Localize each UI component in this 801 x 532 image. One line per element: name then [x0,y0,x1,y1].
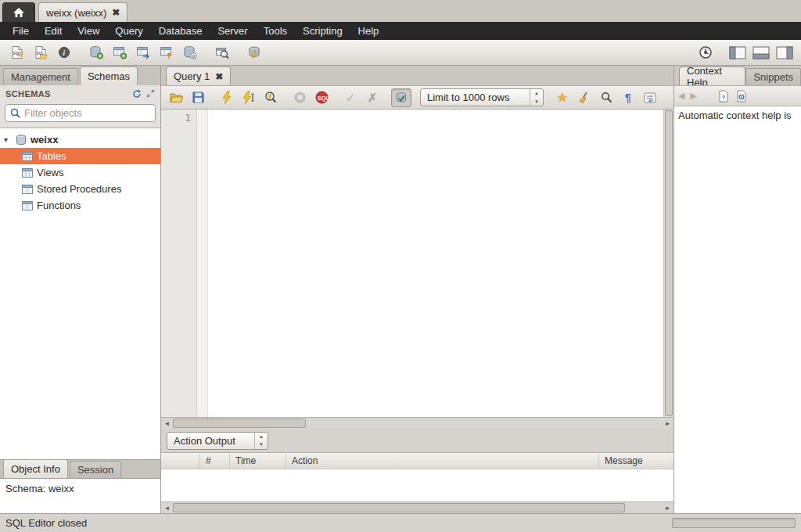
scrollbar-thumb[interactable] [173,503,625,512]
reconnect-dbms-button[interactable] [243,42,264,63]
context-help-content: Automatic context help is [674,106,801,513]
output-col-icon[interactable] [161,453,200,469]
refresh-schemas-icon[interactable] [132,89,142,99]
save-script-button[interactable] [188,88,208,107]
output-horizontal-scrollbar[interactable]: ◂ ▸ [161,501,673,513]
tree-node-functions[interactable]: Functions [0,197,160,214]
menu-file[interactable]: File [5,23,37,39]
tab-context-help[interactable]: Context Help [679,66,745,85]
editor-vertical-scrollbar[interactable] [663,110,673,417]
server-status-button[interactable] [695,42,716,63]
query-toolbar: SQL ✓ ✗ Limit to 1000 rows ▲ ▼ [161,85,673,110]
editor-horizontal-scrollbar[interactable]: ◂ ▸ [161,417,673,429]
forward-icon: ▶ [690,91,696,101]
create-function-button[interactable]: o [179,42,200,63]
menu-scripting[interactable]: Scripting [295,23,350,39]
tab-object-info[interactable]: Object Info [3,459,68,478]
menu-view[interactable]: View [70,23,107,39]
sql-editor: 1 [161,110,673,417]
execute-current-statement-button[interactable] [239,88,259,107]
limit-rows-stepper[interactable]: ▲ ▼ [530,89,543,106]
output-col-action[interactable]: Action [286,453,599,469]
execute-current-icon [242,91,256,104]
filter-objects-input[interactable] [24,107,150,119]
beautify-query-button[interactable] [574,88,594,107]
toggle-autocommit-button[interactable] [391,88,411,107]
limit-rows-select[interactable]: Limit to 1000 rows ▲ ▼ [420,88,544,106]
toggle-invisibles-button[interactable]: ¶ [618,88,638,107]
new-sql-editor-button[interactable]: SQL [6,42,27,63]
scroll-left-icon[interactable]: ◂ [161,502,173,513]
open-sql-script-button[interactable]: SQL [30,42,51,63]
scrollbar-track[interactable] [173,502,662,513]
output-type-select[interactable]: Action Output ▲ ▼ [167,432,268,450]
scrollbar-thumb[interactable] [173,419,306,428]
status-text: SQL Editor closed [5,517,87,529]
tab-query-1[interactable]: Query 1 ✖ [166,66,231,85]
output-col-number[interactable]: # [200,453,230,469]
toggle-automatic-help-icon[interactable] [735,90,748,102]
tab-snippets[interactable]: Snippets [745,68,801,85]
output-col-time[interactable]: Time [230,453,286,469]
menu-help[interactable]: Help [350,23,387,39]
tab-schemas[interactable]: Schemas [80,66,138,85]
close-icon[interactable]: ✖ [215,72,223,81]
help-tabbar: Context Help Snippets [674,66,801,85]
toggle-stop-on-error-button[interactable]: SQL [311,88,332,107]
search-data-button[interactable] [211,42,232,63]
open-file-button[interactable] [166,88,186,107]
tree-node-schema[interactable]: ▾ weixx [0,131,160,148]
schema-icon [16,135,27,146]
create-view-button[interactable] [132,42,153,63]
chevron-down-icon[interactable]: ▾ [4,135,12,144]
sql-editor-area[interactable] [208,110,663,417]
save-snippet-button[interactable]: ★ [552,88,573,107]
tree-node-tables[interactable]: Tables [0,148,160,164]
execute-script-button[interactable] [217,88,237,107]
sidebar-bottom-tabbar: Object Info Session [0,459,160,478]
toggle-left-sidebar-button[interactable] [727,42,748,63]
create-procedure-button[interactable] [156,42,177,63]
word-wrap-icon [644,92,656,103]
create-schema-button[interactable] [85,42,106,63]
scroll-right-icon[interactable]: ▸ [662,418,673,429]
tree-node-schema-label: weixx [31,134,58,146]
scrollbar-track[interactable] [173,418,662,429]
output-selector-bar: Action Output ▲ ▼ [161,429,673,452]
connection-tab[interactable]: weixx (weixx) ✖ [38,2,128,22]
status-bar: SQL Editor closed [0,513,801,532]
scroll-right-icon[interactable]: ▸ [662,502,673,513]
find-button[interactable] [596,88,616,107]
menu-query[interactable]: Query [107,23,150,39]
stepper-down-icon[interactable]: ▼ [255,440,268,449]
scroll-left-icon[interactable]: ◂ [161,418,173,429]
create-table-icon [113,45,127,59]
tree-node-views[interactable]: Views [0,164,160,181]
menu-database[interactable]: Database [151,23,210,39]
menu-edit[interactable]: Edit [37,23,70,39]
tab-management[interactable]: Management [3,68,78,85]
main-toolbar: SQL SQL i o [0,40,801,66]
collapse-panel-icon[interactable] [146,89,155,98]
stepper-down-icon[interactable]: ▼ [530,98,543,106]
menu-server[interactable]: Server [210,23,255,39]
tree-node-stored-procedures[interactable]: Stored Procedures [0,181,160,197]
output-col-message[interactable]: Message [599,453,673,469]
home-tab[interactable] [2,2,35,22]
output-type-stepper[interactable]: ▲ ▼ [254,433,268,449]
stepper-up-icon[interactable]: ▲ [530,89,543,98]
toggle-bottom-panel-button[interactable] [750,42,771,63]
lookup-help-icon[interactable]: ? [717,90,730,102]
limit-rows-value: Limit to 1000 rows [421,92,530,103]
scrollbar-thumb[interactable] [665,110,673,416]
menu-tools[interactable]: Tools [256,23,295,39]
explain-plan-button[interactable] [260,88,281,107]
inspector-button[interactable]: i [53,42,74,63]
stepper-up-icon[interactable]: ▲ [255,433,268,441]
create-table-button[interactable] [109,42,130,63]
menubar: File Edit View Query Database Server Too… [0,22,801,40]
toggle-right-sidebar-button[interactable] [774,42,795,63]
toggle-word-wrap-button[interactable] [640,88,660,107]
close-icon[interactable]: ✖ [112,8,120,17]
tab-session[interactable]: Session [70,461,121,478]
